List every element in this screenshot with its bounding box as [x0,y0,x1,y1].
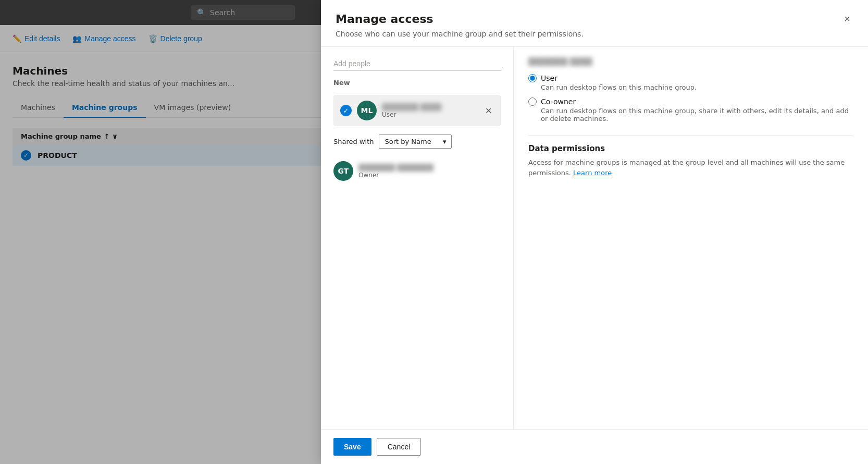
data-permissions-title: Data permissions [528,144,853,153]
user-role-desc: Can run desktop flows on this machine gr… [541,83,853,91]
shared-with-label: Shared with [333,138,374,145]
user-ml-info: ███████ ████ User [382,103,478,118]
user-role-item: User Can run desktop flows on this machi… [528,74,853,91]
role-radio-group: User Can run desktop flows on this machi… [528,74,853,123]
remove-user-ml-button[interactable]: ✕ [483,106,494,116]
user-gt-info: ███████ ███████ Owner [358,164,501,179]
save-button[interactable]: Save [333,438,371,456]
dropdown-chevron-icon: ▾ [443,138,447,145]
left-panel: New ✓ ML ███████ ████ User ✕ Shared with… [321,47,514,429]
modal-subtitle: Choose who can use your machine group an… [336,30,853,38]
divider [528,135,853,136]
data-permissions-desc: Access for machine groups is managed at … [528,157,853,178]
coowner-role-radio[interactable] [528,97,537,106]
user-gt-name: ███████ ███████ [358,164,501,172]
user-ml-role: User [382,111,478,118]
user-role-label: User [541,74,557,82]
user-ml-name: ███████ ████ [382,103,478,111]
modal-header: Manage access × Choose who can use your … [321,0,868,47]
coowner-role-label: Co-owner [541,97,576,106]
user-role-radio[interactable] [528,74,537,82]
modal-title: Manage access [336,13,433,26]
modal-body: New ✓ ML ███████ ████ User ✕ Shared with… [321,47,868,429]
user-role-label-row: User [528,74,853,82]
coowner-role-item: Co-owner Can run desktop flows on this m… [528,97,853,123]
shared-with-row: Shared with Sort by Name ▾ [333,135,501,149]
add-people-input[interactable] [333,57,501,70]
cancel-button[interactable]: Cancel [377,438,421,456]
new-user-card[interactable]: ✓ ML ███████ ████ User ✕ [333,95,501,126]
user-gt-avatar: GT [333,161,353,181]
modal-close-button[interactable]: × [841,13,853,25]
manage-access-modal: Manage access × Choose who can use your … [321,0,868,464]
modal-footer: Save Cancel [321,429,868,464]
user-card-check: ✓ [340,105,352,116]
selected-person-name: ███████ ████ [528,57,853,66]
owner-row: GT ███████ ███████ Owner [333,157,501,185]
user-ml-avatar: ML [357,101,377,120]
right-panel: ███████ ████ User Can run desktop flows … [514,47,868,429]
user-gt-role: Owner [358,172,501,179]
modal-title-row: Manage access × [336,13,853,26]
new-section-label: New [333,79,501,87]
coowner-role-label-row: Co-owner [528,97,853,106]
sort-by-dropdown[interactable]: Sort by Name ▾ [379,135,452,149]
learn-more-link[interactable]: Learn more [573,169,612,177]
coowner-role-desc: Can run desktop flows on this machine gr… [541,107,853,123]
